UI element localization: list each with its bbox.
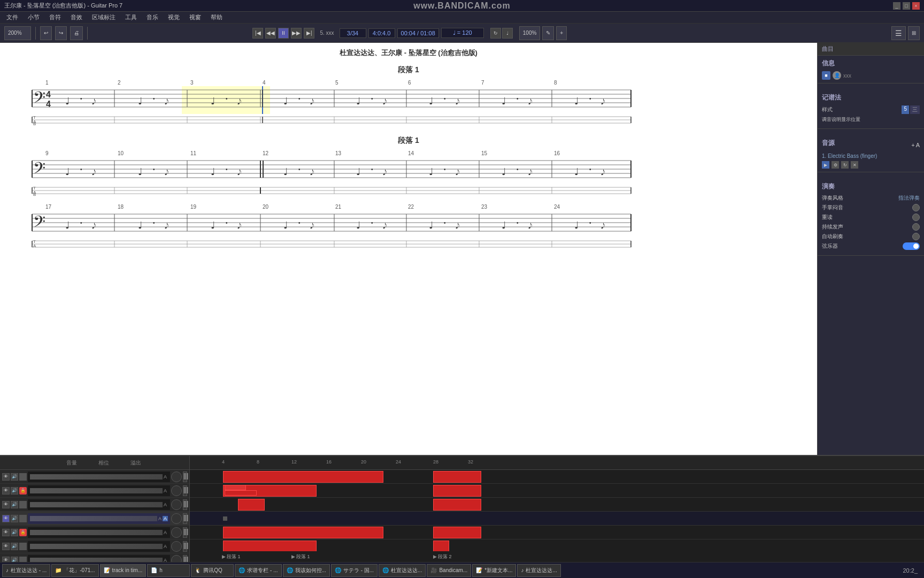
plus-tool[interactable]: +	[556, 26, 567, 40]
track-mute-7[interactable]: 🔊	[11, 557, 18, 562]
close-button[interactable]: ×	[912, 2, 920, 10]
track-mute-3[interactable]: 🔊	[11, 501, 18, 508]
palm-mute-toggle[interactable]	[912, 204, 920, 211]
svg-text:𝅘𝅥𝅮: 𝅘𝅥𝅮	[528, 223, 533, 229]
track-visibility-2[interactable]: 👁	[2, 487, 10, 495]
taskbar-item-2[interactable]: 📝 track in tim...	[100, 564, 147, 577]
taskbar-item-11[interactable]: ♪ 杜宣达达达...	[517, 564, 560, 577]
svg-text:•: •	[80, 220, 82, 226]
track-solo-4[interactable]	[19, 515, 27, 522]
svg-text:6: 6	[408, 80, 411, 86]
track-lock-5[interactable]: 🔒	[19, 529, 27, 536]
panel-tab-title[interactable]: 曲目	[818, 43, 924, 56]
track-volume-1[interactable]	[171, 471, 182, 482]
next-button[interactable]: ▶▶	[291, 28, 302, 39]
taskbar-item-9[interactable]: 🎥 Bandicam...	[427, 564, 471, 577]
track-mute-6[interactable]: 🔊	[11, 543, 18, 550]
track-volume-7[interactable]	[171, 555, 182, 562]
notation-style-extra[interactable]: 三	[910, 105, 920, 114]
zoom-display[interactable]: 200%	[4, 26, 31, 40]
go-end-button[interactable]: ▶|	[304, 28, 314, 39]
zoom-percent[interactable]: 100%	[519, 26, 541, 40]
notation-style-value[interactable]: 5	[902, 105, 909, 114]
track-solo-1[interactable]	[19, 473, 27, 481]
menu-window[interactable]: 视窗	[185, 12, 205, 22]
toolbar-sep2	[87, 27, 88, 40]
svg-text:15: 15	[481, 150, 488, 156]
track-solo-6[interactable]	[19, 543, 27, 550]
track-mute-1[interactable]: 🔊	[11, 473, 18, 481]
track-solo-3[interactable]	[19, 501, 27, 508]
track-volume-4[interactable]	[171, 513, 182, 524]
maximize-button[interactable]: □	[903, 2, 910, 10]
sound-play-icon[interactable]: ▶	[822, 161, 829, 169]
svg-text:B: B	[33, 121, 36, 126]
sustain-toggle[interactable]	[912, 223, 920, 231]
svg-text:𝅘𝅥𝅮: 𝅘𝅥𝅮	[310, 223, 314, 229]
taskbar-item-5[interactable]: 🌐 求谱专栏 - ...	[235, 564, 281, 577]
track-volume-2[interactable]	[171, 485, 182, 496]
svg-text:𝅘𝅥𝅮: 𝅘𝅥𝅮	[165, 169, 169, 176]
menu-music[interactable]: 音乐	[142, 12, 163, 22]
notation-toggle[interactable]: ☰	[891, 26, 906, 40]
redo-button[interactable]: ↪	[55, 26, 67, 40]
svg-text:5: 5	[335, 80, 338, 86]
metronome-button[interactable]: ♩	[502, 28, 513, 39]
auto-strum-toggle[interactable]	[912, 233, 920, 240]
play-pause-button[interactable]: ⏸	[278, 28, 289, 39]
sound-header: 音源 + A	[822, 139, 920, 151]
strings-toggle[interactable]	[903, 242, 920, 250]
prev-button[interactable]: ◀◀	[265, 28, 276, 39]
taskbar-item-7[interactable]: 🌐 サテラ - 国...	[331, 564, 378, 577]
minimize-button[interactable]: _	[893, 2, 900, 10]
sound-delete-icon[interactable]: ✕	[851, 161, 858, 169]
block-1-1	[223, 471, 383, 483]
track-label-A1: A	[163, 474, 168, 480]
track-volume-6[interactable]	[171, 541, 182, 552]
taskbar-item-0[interactable]: ♪ 杜宣达达达 - ...	[2, 564, 50, 577]
track-visibility-4[interactable]: 👁	[2, 515, 10, 522]
taskbar-icon-10: 📝	[476, 567, 482, 573]
loop-button[interactable]: ↻	[490, 28, 501, 39]
pencil-tool[interactable]: ✎	[542, 26, 554, 40]
track-volume-3[interactable]	[171, 499, 182, 510]
menu-visual[interactable]: 视觉	[164, 12, 184, 22]
track-visibility-1[interactable]: 👁	[2, 473, 10, 481]
taskbar-item-10[interactable]: 📝 *新建文本...	[472, 564, 516, 577]
menu-region[interactable]: 区域标注	[88, 12, 120, 22]
timeline-row-5	[190, 526, 924, 539]
svg-text:♩: ♩	[138, 96, 142, 107]
print-button[interactable]: 🖨	[70, 26, 83, 40]
panel-toggle[interactable]: ⊞	[908, 26, 920, 40]
track-mute-4[interactable]: 🔊	[11, 515, 18, 522]
sound-settings-icon[interactable]: ⚙	[831, 161, 839, 169]
menu-tools[interactable]: 工具	[121, 12, 141, 22]
menu-file[interactable]: 文件	[2, 12, 22, 22]
menu-audio[interactable]: 音效	[66, 12, 87, 22]
menu-note[interactable]: 音符	[45, 12, 65, 22]
accent-toggle[interactable]	[912, 214, 920, 221]
track-volume-5[interactable]	[171, 527, 182, 538]
taskbar-item-6[interactable]: 🌐 我该如何控...	[283, 564, 330, 577]
track-mute-2[interactable]: 🔊	[11, 487, 18, 495]
menu-measure[interactable]: 小节	[24, 12, 44, 22]
taskbar-item-4[interactable]: 🐧 腾讯QQ	[191, 564, 234, 577]
staff-row-3: 17 18 19 20 21 22 23 24 𝄢	[16, 202, 801, 250]
track-visibility-5[interactable]: 👁	[2, 529, 10, 536]
svg-text:•: •	[80, 166, 82, 172]
taskbar-item-8[interactable]: 🌐 杜宣达达达...	[379, 564, 426, 577]
sound-a-btn[interactable]: A	[916, 142, 920, 148]
undo-button[interactable]: ↩	[40, 26, 52, 40]
track-mute-5[interactable]: 🔊	[11, 529, 18, 536]
menu-help[interactable]: 帮助	[206, 12, 227, 22]
track-solo-7[interactable]	[19, 557, 27, 562]
sound-loop-icon[interactable]: ↻	[841, 161, 849, 169]
track-visibility-6[interactable]: 👁	[2, 543, 10, 550]
sound-add-btn[interactable]: +	[911, 142, 914, 148]
go-start-button[interactable]: |◀	[252, 28, 263, 39]
track-lock-2[interactable]: 🔒	[19, 487, 27, 495]
taskbar-item-3[interactable]: 📄 h	[147, 564, 190, 577]
track-visibility-7[interactable]: 👁	[2, 557, 10, 562]
track-visibility-3[interactable]: 👁	[2, 501, 10, 508]
taskbar-item-1[interactable]: 📁 「花」-071...	[51, 564, 98, 577]
